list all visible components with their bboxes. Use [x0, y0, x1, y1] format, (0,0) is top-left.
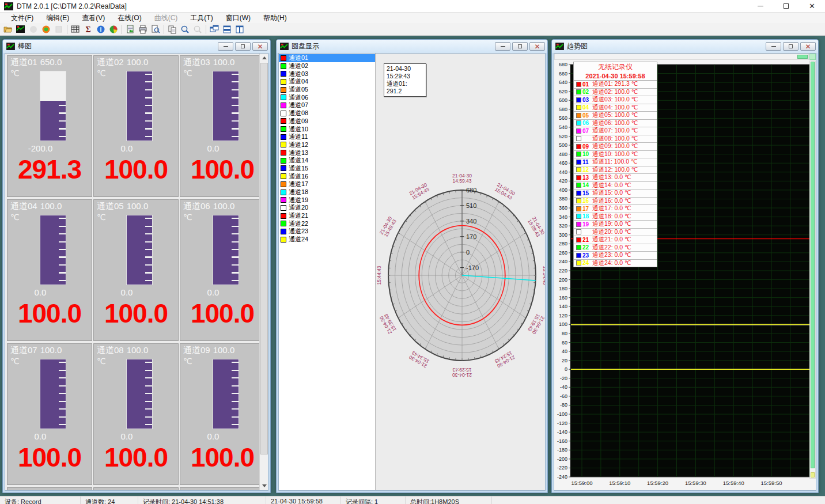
channel-list-item[interactable]: 通道02: [279, 62, 375, 70]
channel-list-item[interactable]: 通道07: [279, 101, 375, 109]
svg-text:660: 660: [559, 71, 567, 77]
cascade-windows-button[interactable]: [208, 24, 221, 35]
scrollbar-thumb[interactable]: [811, 62, 815, 468]
svg-text:340: 340: [559, 214, 567, 220]
channel-list-item[interactable]: 通道06: [279, 93, 375, 101]
channel-list-item[interactable]: 通道08: [279, 109, 375, 118]
data-table-button[interactable]: [69, 24, 82, 35]
restore-button[interactable]: [783, 42, 798, 51]
channel-list-item[interactable]: 通道13: [279, 149, 375, 157]
channel-reading: 通道10: 100.0 ℃: [592, 150, 638, 158]
channel-list-item[interactable]: 通道01: [279, 54, 375, 62]
minimize-button[interactable]: [218, 42, 233, 51]
realtime-chart-button[interactable]: [14, 24, 27, 35]
close-button[interactable]: ✕: [799, 0, 825, 12]
channel-list-item[interactable]: 通道04: [279, 78, 375, 86]
bar-window-scrollbar[interactable]: [259, 54, 268, 490]
toolbar-separator: [164, 25, 164, 34]
tile-vertical-button[interactable]: [233, 24, 246, 35]
channel-list-item[interactable]: 通道16: [279, 172, 375, 180]
scroll-up-icon[interactable]: [260, 54, 268, 62]
channel-list-item[interactable]: 通道09: [279, 118, 375, 126]
channel-list-item[interactable]: 通道21: [279, 212, 375, 220]
channel-list-item[interactable]: 通道17: [279, 180, 375, 188]
channel-list-item[interactable]: 通道14: [279, 157, 375, 165]
pie-chart-button[interactable]: [107, 24, 120, 35]
status-field: 记录时间: 21-04-30 14:51:38: [138, 497, 266, 504]
channel-list-item[interactable]: 通道18: [279, 188, 375, 196]
menu-item[interactable]: 帮助(H): [257, 13, 293, 24]
channel-color-swatch: [281, 181, 286, 187]
channel-color-swatch: [576, 136, 581, 141]
trend-vscrollbar[interactable]: [809, 60, 816, 479]
copy-icon: [168, 25, 177, 34]
menu-item[interactable]: 编辑(E): [40, 13, 75, 24]
svg-text:140: 140: [559, 304, 567, 309]
restore-button[interactable]: [512, 42, 528, 51]
restore-button[interactable]: [773, 0, 799, 12]
bar-gauge-grid: 通道01650.0℃-200.0291.3通道02100.0℃0.0100.0通…: [5, 54, 259, 490]
channel-list-item[interactable]: 通道12: [279, 141, 375, 149]
menu-item[interactable]: 在线(O): [111, 13, 147, 24]
menu-item[interactable]: 文件(F): [5, 13, 40, 24]
channel-color-swatch: [281, 71, 286, 77]
channel-list-item[interactable]: 通道22: [279, 219, 375, 228]
channel-reading: 通道21: 0.0 ℃: [592, 236, 631, 244]
restore-button[interactable]: [235, 42, 251, 51]
record-button[interactable]: [40, 24, 52, 35]
minimize-button[interactable]: [495, 42, 510, 51]
scrollbar-thumb[interactable]: [260, 63, 268, 454]
channel-number: 23: [582, 252, 592, 259]
disk-display-window-titlebar[interactable]: 圆盘显示 ✕: [277, 40, 547, 53]
channel-list-item[interactable]: 通道19: [279, 196, 375, 204]
scroll-down-icon[interactable]: [260, 482, 268, 490]
print-preview-button[interactable]: [149, 24, 162, 35]
record-icon: [41, 25, 51, 34]
gauge-min-label: 0.0: [180, 287, 246, 297]
bar-gauge: [126, 215, 153, 285]
trend-chart-window-titlebar[interactable]: 趋势图 ✕: [552, 40, 818, 53]
channel-reading: 通道24: 0.0 ℃: [592, 259, 631, 267]
channel-list-item[interactable]: 通道23: [279, 228, 375, 236]
channel-list-item[interactable]: 通道05: [279, 86, 375, 94]
channel-list-item[interactable]: 通道20: [279, 204, 375, 212]
unit-label: ℃: [97, 213, 106, 222]
open-button[interactable]: [2, 24, 14, 35]
channel-list-item[interactable]: 通道11: [279, 133, 375, 141]
close-button[interactable]: ✕: [252, 42, 268, 51]
unit-label: ℃: [183, 357, 192, 366]
channel-list-item[interactable]: 通道15: [279, 165, 375, 173]
info-button[interactable]: i: [94, 24, 107, 35]
minimize-button[interactable]: [766, 42, 781, 51]
channel-value: 100.0: [180, 298, 259, 329]
menu-item[interactable]: 工具(T): [184, 13, 219, 24]
export-button[interactable]: [124, 24, 137, 35]
channel-value: 100.0: [94, 154, 178, 185]
polar-time-label: 21-04-3015:19:43: [527, 313, 546, 335]
menu-item[interactable]: 窗口(W): [220, 13, 257, 24]
zoom-button[interactable]: [179, 24, 191, 35]
close-button[interactable]: ✕: [529, 42, 545, 51]
polar-time-label: 21-04-3015:44:43: [376, 266, 382, 285]
minimize-button[interactable]: [747, 0, 773, 12]
statistics-button[interactable]: Σ: [82, 24, 94, 35]
copy-button[interactable]: [166, 24, 179, 35]
print-button[interactable]: [137, 24, 149, 35]
tile-horizontal-button[interactable]: [221, 24, 233, 35]
menu-item[interactable]: 曲线(C): [148, 13, 184, 24]
channel-list-item[interactable]: 通道24: [279, 236, 375, 244]
close-button[interactable]: ✕: [800, 42, 816, 51]
menu-bar: 文件(F)编辑(E)查看(V)在线(O)曲线(C)工具(T)窗口(W)帮助(H): [0, 13, 825, 23]
menu-item[interactable]: 查看(V): [75, 13, 111, 24]
bar-graph-window-titlebar[interactable]: 棒图 ✕: [3, 40, 270, 53]
channel-list-item[interactable]: 通道03: [279, 70, 375, 78]
unit-label: ℃: [10, 357, 20, 366]
legend-row: 01通道01: 291.3 ℃: [574, 81, 657, 89]
channel-reading: 通道05: 100.0 ℃: [592, 111, 638, 119]
channel-color-swatch: [281, 55, 286, 61]
svg-text:15:59:30: 15:59:30: [685, 480, 706, 486]
channel-number: 20: [582, 229, 592, 235]
channel-list: 通道01通道02通道03通道04通道05通道06通道07通道08通道09通道10…: [279, 54, 376, 490]
bar-gauge-cell: 通道09100.0℃0.0100.0: [180, 343, 259, 485]
channel-list-item[interactable]: 通道10: [279, 125, 375, 133]
